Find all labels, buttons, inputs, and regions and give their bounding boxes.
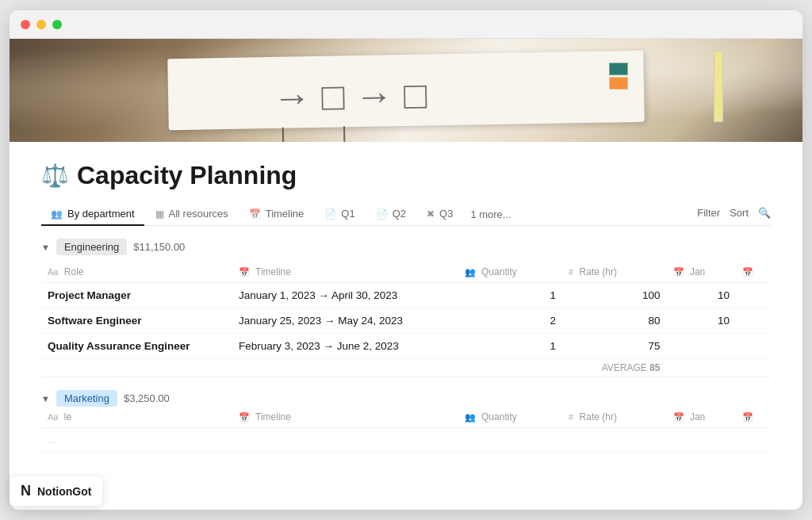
mkt-extra-icon: 📅 [742,412,753,422]
mkt-rate-icon: # [569,412,573,422]
row-rate-pm: 100 [562,283,666,308]
notion-brand-badge: N NotionGot [10,476,102,506]
page-title: Capacity Planning [77,161,297,190]
mkt-role-icon: Aa [48,412,58,422]
titlebar [10,10,802,39]
filter-button[interactable]: Filter [697,207,720,219]
timeline-col-icon: 📅 [239,267,250,277]
quantity-col-label: Quantity [481,266,517,277]
tab-q3-icon: ✖ [427,208,435,220]
close-button[interactable] [21,20,30,29]
rate-col-icon: # [569,267,573,277]
engineering-group-header: ▼ Engineering $11,150.00 [41,239,771,255]
ruler [714,51,723,122]
swatch-orange [609,77,628,90]
quantity-col-icon: 👥 [465,267,476,277]
notion-brand-name: NotionGot [37,485,91,498]
mkt-rate-label: Rate (hr) [580,411,617,422]
row-timeline-qa: February 3, 2023 → June 2, 2023 [232,334,458,359]
mkt-timeline-label: Timeline [255,411,291,422]
tab-all-resources[interactable]: ▦ All resources [146,203,238,226]
engineering-total: $11,150.00 [133,241,185,253]
search-button[interactable]: 🔍 [758,207,771,219]
maximize-button[interactable] [52,20,62,29]
average-label: AVERAGE 85 [562,359,666,377]
col-header-quantity: 👥 Quantity [458,262,562,283]
hero-paper: → □ → □↓ ↓□ → □ [167,51,644,130]
tab-q1-label: Q1 [341,208,354,220]
table-row: Project Manager January 1, 2023 → April … [41,283,771,308]
tab-q2[interactable]: 📄 Q2 [366,203,416,226]
tab-q1[interactable]: 📄 Q1 [315,203,364,226]
table-row: ... [41,428,771,453]
average-row: AVERAGE 85 [41,359,771,377]
col-header-jan: 📅 Jan [667,262,737,283]
marketing-total: $3,250.00 [124,392,170,404]
marketing-table-header: Aa le 📅 Timeline 👥 Quantity # [41,407,771,428]
tab-q1-icon: 📄 [324,208,336,220]
row-role-pm: Project Manager [41,283,232,308]
jan-col-label: Jan [690,266,705,277]
row-quantity-se: 2 [458,308,562,334]
tab-q2-label: Q2 [393,208,406,220]
col-header-rate: # Rate (hr) [562,262,666,283]
hero-arrows: → □ → □↓ ↓□ → □ [273,77,428,142]
timeline-col-label: Timeline [255,266,291,277]
tab-q2-icon: 📄 [376,208,388,220]
hero-banner: → □ → □↓ ↓□ → □ [10,39,802,142]
tab-by-department-icon: 👥 [51,208,63,220]
tabs-row: 👥 By department ▦ All resources 📅 Timeli… [41,203,771,226]
mkt-col-header-rate: # Rate (hr) [562,407,666,428]
tab-actions: Filter Sort 🔍 [697,207,771,222]
marketing-table-body: ... [41,428,771,453]
row-rate-qa: 75 [562,334,666,359]
page-title-row: ⚖️ Capacity Planning [41,161,771,190]
mkt-quantity-label: Quantity [481,411,517,422]
tab-more[interactable]: 1 more... [464,204,517,225]
mkt-role-label: le [64,411,71,422]
row-extra-qa [736,334,771,359]
page-content: ⚖️ Capacity Planning 👥 By department ▦ A… [10,142,802,510]
rate-col-label: Rate (hr) [580,266,617,277]
marketing-placeholder: ... [41,428,771,453]
tab-all-resources-label: All resources [169,208,228,220]
mkt-quantity-icon: 👥 [465,412,476,422]
page-icon: ⚖️ [41,162,69,189]
tab-timeline[interactable]: 📅 Timeline [239,203,314,226]
row-timeline-pm: January 1, 2023 → April 30, 2023 [232,283,458,308]
tab-by-department-label: By department [67,208,135,220]
mkt-col-header-jan: 📅 Jan [667,407,737,428]
row-quantity-pm: 1 [458,283,562,308]
row-extra-se [736,308,771,334]
engineering-toggle[interactable]: ▼ [41,243,50,252]
engineering-table: Aa Role 📅 Timeline 👥 Quantity # [41,262,771,377]
row-quantity-qa: 1 [458,334,562,359]
row-jan-pm: 10 [667,283,737,308]
mkt-jan-label: Jan [690,411,705,422]
color-swatches [609,63,628,90]
row-role-se: Software Engineer [41,308,232,334]
row-rate-se: 80 [562,308,666,334]
row-extra-pm [736,283,771,308]
row-jan-se: 10 [667,308,737,334]
mkt-col-header-role: Aa le [41,407,232,428]
tab-timeline-icon: 📅 [249,208,261,220]
role-col-label: Role [64,266,84,277]
mkt-col-header-extra: 📅 [736,407,771,428]
col-header-role: Aa Role [41,262,232,283]
tab-q3[interactable]: ✖ Q3 [417,203,462,226]
marketing-toggle[interactable]: ▼ [41,394,50,403]
marketing-table: Aa le 📅 Timeline 👥 Quantity # [41,407,771,453]
role-col-icon: Aa [48,267,58,277]
row-jan-qa [667,334,737,359]
row-timeline-se: January 25, 2023 → May 24, 2023 [232,308,458,334]
swatch-teal [609,63,628,75]
sort-button[interactable]: Sort [730,207,749,219]
page-header: ⚖️ Capacity Planning 👥 By department ▦ A… [10,142,802,226]
extra-col-icon: 📅 [742,267,753,277]
mkt-jan-icon: 📅 [673,412,684,422]
tab-by-department[interactable]: 👥 By department [41,203,144,226]
mkt-col-header-timeline: 📅 Timeline [232,407,458,428]
average-value: 85 [649,362,660,373]
minimize-button[interactable] [36,20,46,29]
